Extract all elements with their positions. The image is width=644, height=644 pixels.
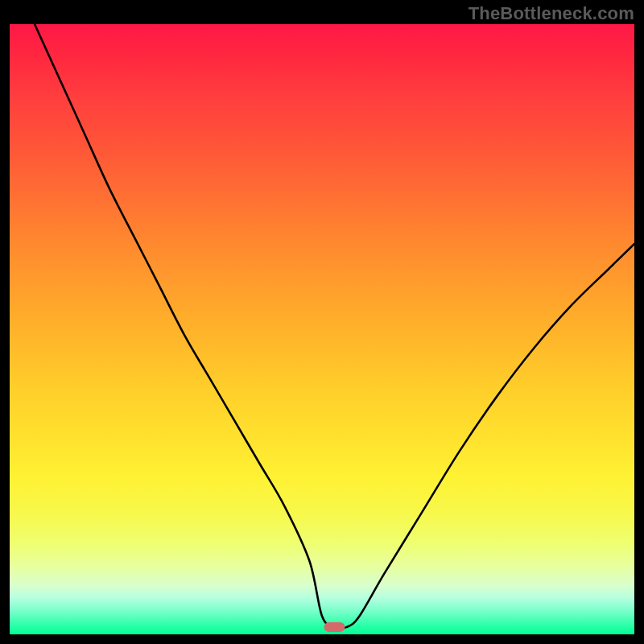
chart-svg <box>10 24 634 634</box>
minimum-marker <box>324 622 345 632</box>
chart-frame: TheBottleneck.com <box>0 0 644 644</box>
watermark-text: TheBottleneck.com <box>469 3 634 24</box>
bottleneck-curve <box>35 24 634 629</box>
plot-area <box>10 24 634 634</box>
